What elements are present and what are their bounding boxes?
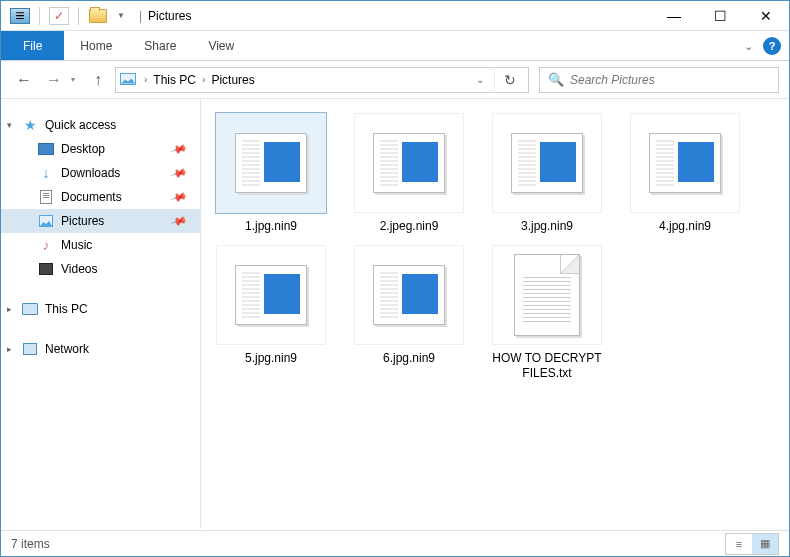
sidebar-item-videos[interactable]: Videos (1, 257, 200, 281)
file-thumbnail (354, 113, 464, 213)
file-item[interactable]: 2.jpeg.nin9 (349, 113, 469, 235)
sidebar-item-downloads[interactable]: ↓ Downloads 📌 (1, 161, 200, 185)
up-button[interactable]: ↑ (85, 67, 111, 93)
checkbox-icon[interactable]: ✓ (48, 5, 70, 27)
pin-icon: 📌 (170, 164, 189, 182)
sidebar-item-label: Downloads (61, 166, 120, 180)
close-button[interactable]: ✕ (743, 1, 789, 31)
maximize-button[interactable]: ☐ (697, 1, 743, 31)
chevron-right-icon[interactable]: ▸ (7, 344, 12, 354)
help-icon[interactable]: ? (763, 37, 781, 55)
ribbon: File Home Share View ⌄ ? (1, 31, 789, 61)
tab-view[interactable]: View (192, 31, 250, 60)
sidebar-this-pc[interactable]: ▸ This PC (1, 297, 200, 321)
breadcrumb-segment[interactable]: This PC (149, 73, 200, 87)
address-bar[interactable]: › This PC › Pictures ⌄ ↻ (115, 67, 529, 93)
file-item[interactable]: 3.jpg.nin9 (487, 113, 607, 235)
file-name: 4.jpg.nin9 (659, 219, 711, 235)
file-name: 1.jpg.nin9 (245, 219, 297, 235)
file-list[interactable]: 1.jpg.nin92.jpeg.nin93.jpg.nin94.jpg.nin… (201, 99, 789, 529)
pin-icon: 📌 (170, 140, 189, 158)
quick-access-toolbar: ≡ ✓ ▼ (1, 5, 129, 27)
window-title-text: Pictures (148, 9, 191, 23)
details-view-button[interactable]: ≡ (726, 534, 752, 554)
breadcrumb-segment[interactable]: Pictures (207, 73, 258, 87)
chevron-down-icon[interactable]: ▾ (7, 120, 12, 130)
image-file-icon (235, 265, 307, 325)
icons-view-button[interactable]: ▦ (752, 534, 778, 554)
file-name: 6.jpg.nin9 (383, 351, 435, 367)
file-thumbnail (492, 113, 602, 213)
desktop-icon (37, 141, 55, 157)
file-item[interactable]: 1.jpg.nin9 (211, 113, 331, 235)
tab-home[interactable]: Home (64, 31, 128, 60)
content-area: ▾ ★ Quick access Desktop 📌 ↓ Downloads 📌… (1, 99, 789, 529)
file-tab[interactable]: File (1, 31, 64, 60)
sidebar-item-label: Videos (61, 262, 97, 276)
file-name: 2.jpeg.nin9 (380, 219, 439, 235)
sidebar-item-label: Music (61, 238, 92, 252)
text-file-icon (514, 254, 580, 336)
sidebar-item-label: Network (45, 342, 89, 356)
back-button[interactable]: ← (11, 67, 37, 93)
properties-icon[interactable]: ≡ (9, 5, 31, 27)
file-name: 3.jpg.nin9 (521, 219, 573, 235)
music-icon: ♪ (37, 237, 55, 253)
image-file-icon (235, 133, 307, 193)
ribbon-expand-icon[interactable]: ⌄ (744, 40, 753, 53)
minimize-button[interactable]: — (651, 1, 697, 31)
pc-icon (21, 301, 39, 317)
title-bar: ≡ ✓ ▼ |Pictures — ☐ ✕ (1, 1, 789, 31)
file-item[interactable]: HOW TO DECRYPT FILES.txt (487, 245, 607, 382)
file-item[interactable]: 5.jpg.nin9 (211, 245, 331, 382)
sidebar-item-pictures[interactable]: Pictures 📌 (1, 209, 200, 233)
document-icon (37, 189, 55, 205)
file-thumbnail (354, 245, 464, 345)
file-thumbnail (492, 245, 602, 345)
navigation-bar: ← → ▾ ↑ › This PC › Pictures ⌄ ↻ 🔍 (1, 61, 789, 99)
tab-share[interactable]: Share (128, 31, 192, 60)
pin-icon: 📌 (170, 188, 189, 206)
file-name: 5.jpg.nin9 (245, 351, 297, 367)
folder-icon[interactable] (87, 5, 109, 27)
view-toggle: ≡ ▦ (725, 533, 779, 555)
sidebar-item-label: This PC (45, 302, 88, 316)
search-input[interactable] (570, 73, 770, 87)
chevron-right-icon[interactable]: › (200, 74, 207, 85)
address-dropdown-icon[interactable]: ⌄ (466, 74, 494, 85)
separator (39, 7, 40, 25)
file-name: HOW TO DECRYPT FILES.txt (492, 351, 602, 382)
separator (78, 7, 79, 25)
forward-button[interactable]: → (41, 67, 67, 93)
file-thumbnail (216, 245, 326, 345)
network-icon (21, 341, 39, 357)
location-icon (120, 73, 138, 87)
videos-icon (37, 261, 55, 277)
file-item[interactable]: 6.jpg.nin9 (349, 245, 469, 382)
image-file-icon (373, 133, 445, 193)
file-thumbnail (630, 113, 740, 213)
sidebar-quick-access[interactable]: ▾ ★ Quick access (1, 113, 200, 137)
sidebar-item-music[interactable]: ♪ Music (1, 233, 200, 257)
qat-dropdown-icon[interactable]: ▼ (113, 11, 129, 20)
chevron-right-icon[interactable]: ▸ (7, 304, 12, 314)
star-icon: ★ (21, 117, 39, 133)
window-controls: — ☐ ✕ (651, 1, 789, 31)
history-dropdown-icon[interactable]: ▾ (71, 75, 75, 84)
sidebar-item-label: Desktop (61, 142, 105, 156)
chevron-right-icon[interactable]: › (142, 74, 149, 85)
search-icon: 🔍 (548, 72, 564, 87)
pin-icon: 📌 (170, 212, 189, 230)
search-box[interactable]: 🔍 (539, 67, 779, 93)
file-thumbnail (216, 113, 326, 213)
window-title: |Pictures (129, 9, 651, 23)
refresh-button[interactable]: ↻ (494, 67, 524, 93)
sidebar-item-label: Pictures (61, 214, 104, 228)
file-item[interactable]: 4.jpg.nin9 (625, 113, 745, 235)
sidebar-item-documents[interactable]: Documents 📌 (1, 185, 200, 209)
sidebar-item-label: Quick access (45, 118, 116, 132)
status-bar: 7 items ≡ ▦ (1, 530, 789, 556)
image-file-icon (649, 133, 721, 193)
sidebar-network[interactable]: ▸ Network (1, 337, 200, 361)
sidebar-item-desktop[interactable]: Desktop 📌 (1, 137, 200, 161)
